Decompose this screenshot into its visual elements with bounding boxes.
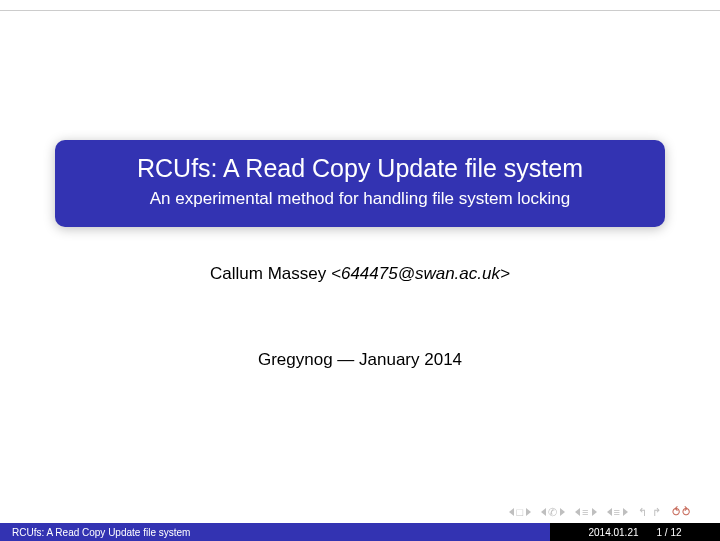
author-line: Callum Massey <644475@swan.ac.uk>: [0, 264, 720, 284]
author-name: Callum Massey: [210, 264, 326, 283]
footer-right: 2014.01.21 1 / 12: [550, 523, 720, 541]
nav-frame-icon[interactable]: ✆: [541, 506, 565, 519]
footer-page: 1 / 12: [657, 527, 682, 538]
slide-title: RCUfs: A Read Copy Update file system: [75, 154, 645, 183]
title-block: RCUfs: A Read Copy Update file system An…: [55, 140, 665, 227]
footer-date: 2014.01.21: [588, 527, 638, 538]
nav-section-icon[interactable]: ≡: [607, 506, 628, 518]
nav-back-forward-icon[interactable]: ↰ ↱: [638, 506, 662, 519]
footer-bar: RCUfs: A Read Copy Update file system 20…: [0, 523, 720, 541]
top-rule: [0, 10, 720, 11]
nav-slide-icon[interactable]: □: [509, 506, 531, 518]
venue-line: Gregynog — January 2014: [0, 350, 720, 370]
beamer-nav-icons: □ ✆ ≡ ≡ ↰ ↱ ⥀⥁: [509, 505, 692, 519]
nav-subsection-icon[interactable]: ≡: [575, 506, 596, 518]
slide-subtitle: An experimental method for handling file…: [75, 189, 645, 209]
nav-undo-icon[interactable]: ⥀⥁: [672, 505, 692, 519]
author-email: <644475@swan.ac.uk>: [331, 264, 510, 283]
footer-title: RCUfs: A Read Copy Update file system: [0, 523, 550, 541]
